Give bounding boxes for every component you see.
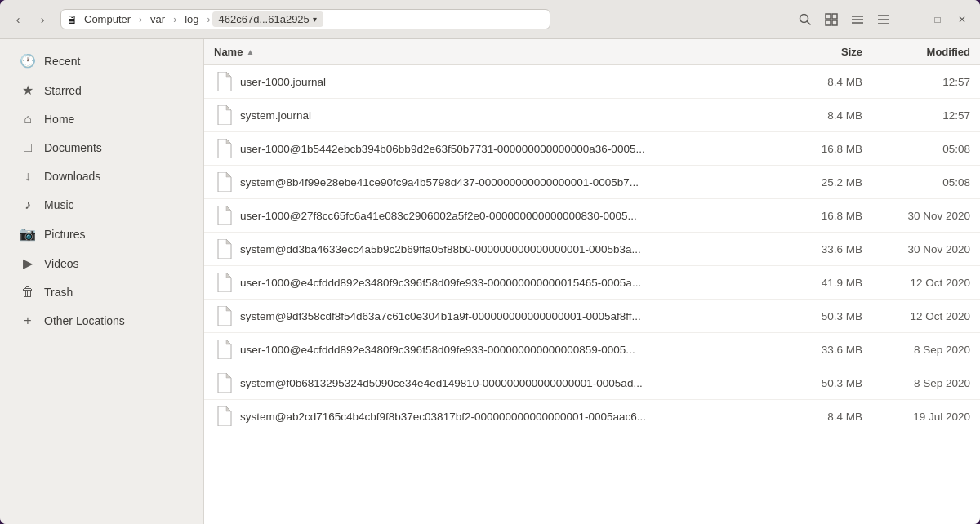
sidebar: 🕐Recent★Starred⌂Home□Documents↓Downloads… [0, 39, 204, 524]
breadcrumb-journal[interactable]: 462c67d...61a2925 ▾ [212, 11, 323, 27]
table-row[interactable]: system@ab2cd7165c4b4cbf9f8b37ec03817bf2-… [204, 400, 980, 433]
window-controls: — □ ✕ [902, 8, 973, 31]
svg-rect-2 [826, 14, 831, 19]
size-header-label: Size [841, 46, 862, 58]
starred-icon: ★ [20, 82, 36, 98]
sort-by-modified[interactable]: Modified [872, 46, 970, 58]
file-icon [214, 204, 234, 227]
sidebar-label-recent: Recent [44, 55, 80, 68]
svg-rect-5 [832, 20, 837, 25]
nav-arrows: ‹ › [7, 8, 54, 31]
sidebar-item-downloads[interactable]: ↓Downloads [7, 162, 197, 190]
main-area: 🕐Recent★Starred⌂Home□Documents↓Downloads… [0, 39, 980, 524]
menu-button[interactable] [872, 8, 895, 31]
table-row[interactable]: user-1000@e4cfddd892e3480f9c396f58d09fe9… [204, 266, 980, 300]
trash-icon: 🗑 [20, 285, 36, 300]
file-icon [214, 137, 234, 160]
sidebar-label-starred: Starred [44, 84, 82, 97]
sidebar-item-other-locations[interactable]: +Other Locations [7, 307, 197, 335]
file-name: user-1000.journal [240, 76, 791, 88]
back-button[interactable]: ‹ [7, 8, 29, 31]
file-name: user-1000@27f8cc65fc6a41e083c2906002a5f2… [240, 210, 791, 222]
table-row[interactable]: system.journal8.4 MB12:57 [204, 99, 980, 132]
file-size: 16.8 MB [791, 210, 872, 222]
svg-rect-4 [826, 20, 831, 25]
file-modified: 19 Jul 2020 [872, 411, 970, 423]
sort-by-size[interactable]: Size [791, 46, 872, 58]
file-icon [214, 371, 234, 394]
sidebar-label-trash: Trash [44, 286, 73, 299]
breadcrumb-var[interactable]: var [144, 11, 172, 27]
file-size: 41.9 MB [791, 277, 872, 289]
name-header-label: Name [214, 46, 243, 58]
search-button[interactable] [794, 8, 817, 31]
table-row[interactable]: user-1000@1b5442ebcb394b06bb9d2e63f50b77… [204, 132, 980, 166]
file-icon [214, 238, 234, 260]
file-icon [214, 171, 234, 193]
file-modified: 05:08 [872, 143, 970, 155]
table-row[interactable]: user-1000.journal8.4 MB12:57 [204, 65, 980, 99]
sidebar-item-pictures[interactable]: 📷Pictures [7, 220, 197, 248]
file-manager-window: ‹ › 🖥 Computer › var › log › 462c67d...6… [0, 0, 980, 524]
breadcrumb: 🖥 Computer › var › log › 462c67d...61a29… [60, 9, 550, 29]
table-row[interactable]: system@f0b6813295324d5090ce34e4ed149810-… [204, 366, 980, 400]
pictures-icon: 📷 [20, 226, 36, 242]
hamburger-icon [877, 13, 890, 26]
sidebar-item-music[interactable]: ♪Music [7, 191, 197, 219]
table-row[interactable]: user-1000@27f8cc65fc6a41e083c2906002a5f2… [204, 199, 980, 233]
table-row[interactable]: system@9df358cdf8f54d63a7c61c0e304b1a9f-… [204, 300, 980, 333]
sidebar-label-music: Music [44, 198, 74, 211]
file-name: system.journal [240, 109, 791, 122]
home-icon: ⌂ [20, 112, 36, 127]
table-row[interactable]: user-1000@e4cfddd892e3480f9c396f58d09fe9… [204, 333, 980, 366]
other-locations-icon: + [20, 313, 36, 328]
music-icon: ♪ [20, 198, 36, 212]
file-name: user-1000@e4cfddd892e3480f9c396f58d09fe9… [240, 344, 791, 356]
svg-rect-3 [832, 14, 837, 19]
current-folder-label: 462c67d...61a2925 [219, 13, 310, 25]
table-row[interactable]: system@8b4f99e28ebe41ce90fc9a4b5798d437-… [204, 166, 980, 199]
file-icon [214, 70, 234, 93]
sidebar-item-videos[interactable]: ▶Videos [7, 249, 197, 278]
breadcrumb-computer[interactable]: Computer [78, 11, 137, 27]
file-name: system@8b4f99e28ebe41ce90fc9a4b5798d437-… [240, 176, 791, 189]
file-icon [214, 338, 234, 361]
sidebar-item-recent[interactable]: 🕐Recent [7, 47, 197, 75]
breadcrumb-sep-3: › [206, 14, 212, 25]
documents-icon: □ [20, 140, 36, 155]
list-view-button[interactable] [846, 8, 869, 31]
file-icon [214, 405, 234, 428]
file-modified: 12:57 [872, 109, 970, 122]
sidebar-item-trash[interactable]: 🗑Trash [7, 278, 197, 306]
file-size: 50.3 MB [791, 377, 872, 389]
file-size: 33.6 MB [791, 243, 872, 255]
downloads-icon: ↓ [20, 169, 36, 184]
minimize-button[interactable]: — [902, 8, 924, 31]
file-size: 33.6 MB [791, 344, 872, 356]
file-icon [214, 104, 234, 127]
titlebar-right: — □ ✕ [794, 8, 973, 31]
file-modified: 12 Oct 2020 [872, 277, 970, 289]
file-modified: 8 Sep 2020 [872, 344, 970, 356]
sidebar-label-other-locations: Other Locations [44, 314, 125, 327]
list-icon [851, 13, 864, 26]
file-modified: 12 Oct 2020 [872, 310, 970, 322]
sidebar-label-pictures: Pictures [44, 228, 86, 241]
file-list-header: Name ▲ Size Modified [204, 39, 980, 65]
grid-view-button[interactable] [820, 8, 843, 31]
dropdown-arrow-icon: ▾ [313, 15, 317, 24]
sort-by-name[interactable]: Name ▲ [214, 46, 791, 58]
grid-icon [825, 13, 838, 26]
maximize-button[interactable]: □ [926, 8, 949, 31]
modified-header-label: Modified [927, 46, 970, 58]
file-list[interactable]: Name ▲ Size Modified user-1000.journal8.… [204, 39, 980, 524]
file-icon [214, 271, 234, 294]
close-button[interactable]: ✕ [951, 8, 973, 31]
recent-icon: 🕐 [20, 53, 36, 69]
forward-button[interactable]: › [31, 8, 54, 31]
sidebar-item-home[interactable]: ⌂Home [7, 105, 197, 133]
sidebar-item-starred[interactable]: ★Starred [7, 76, 197, 104]
sidebar-item-documents[interactable]: □Documents [7, 134, 197, 162]
breadcrumb-log[interactable]: log [178, 11, 205, 27]
table-row[interactable]: system@dd3ba4633ecc4a5b9c2b69ffa05f88b0-… [204, 233, 980, 266]
